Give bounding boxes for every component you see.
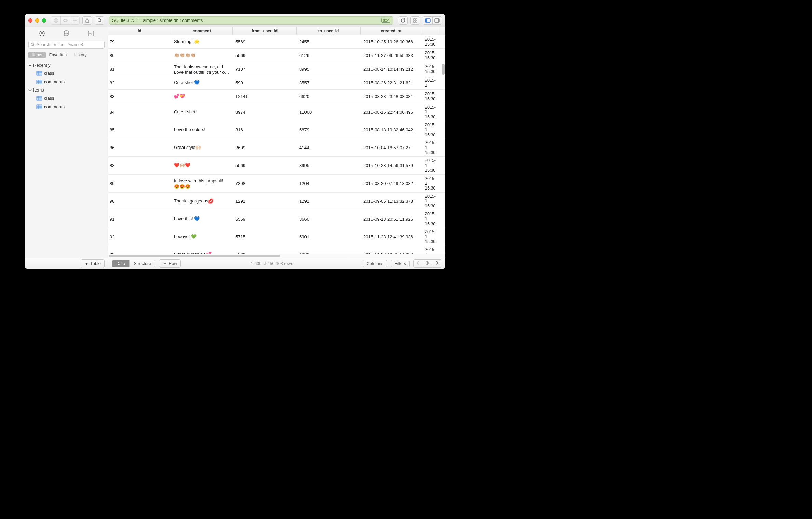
recent-item-class[interactable]: class bbox=[25, 69, 108, 78]
refresh-icon[interactable] bbox=[398, 16, 408, 25]
svg-point-19 bbox=[31, 43, 34, 46]
recent-item-comments[interactable]: comments bbox=[25, 78, 108, 86]
svg-rect-23 bbox=[37, 105, 42, 109]
maximize-window-button[interactable] bbox=[42, 18, 46, 23]
database-icon[interactable] bbox=[63, 30, 70, 37]
cell-from-user: 5569 bbox=[233, 38, 297, 46]
filters-button[interactable]: Filters bbox=[391, 260, 410, 267]
plug-icon[interactable] bbox=[38, 30, 46, 37]
list-settings-icon[interactable] bbox=[70, 16, 80, 25]
nav-group bbox=[51, 16, 80, 25]
cell-comment: Stunning! 🌟 bbox=[171, 38, 233, 46]
column-header-extra[interactable] bbox=[422, 27, 438, 35]
table-row[interactable]: 91Love this! 💙556936602015-09-13 20:51:1… bbox=[108, 210, 445, 228]
left-panel-toggle[interactable] bbox=[423, 16, 432, 25]
table-row[interactable]: 79Stunning! 🌟556924552015-10-25 19:26:00… bbox=[108, 35, 445, 49]
add-row-button[interactable]: ＋ Row bbox=[159, 259, 181, 268]
tab-items[interactable]: Items bbox=[28, 52, 46, 58]
cell-from-user: 7308 bbox=[233, 180, 297, 187]
view-structure-button[interactable]: Structure bbox=[130, 260, 155, 267]
item-comments[interactable]: comments bbox=[25, 102, 108, 111]
close-window-button[interactable] bbox=[28, 18, 32, 23]
tab-history[interactable]: History bbox=[70, 52, 90, 58]
cell-to-user: 4303 bbox=[297, 251, 361, 254]
table-row[interactable]: 84Cute t shirt!8974110002015-08-15 22:44… bbox=[108, 103, 445, 121]
table-row[interactable]: 80👏🏼👏🏼👏🏼👏🏼556961262015-11-27 09:26:55.33… bbox=[108, 49, 445, 62]
table-icon bbox=[37, 80, 42, 84]
hscroll-thumb[interactable] bbox=[109, 255, 280, 257]
column-header-id[interactable]: id bbox=[108, 27, 171, 35]
cell-from-user: 5569 bbox=[233, 215, 297, 223]
svg-rect-14 bbox=[438, 19, 439, 22]
cell-to-user: 1204 bbox=[297, 180, 361, 187]
add-table-button[interactable]: ＋ Table bbox=[81, 259, 105, 268]
vscroll-thumb[interactable] bbox=[442, 64, 445, 75]
column-header-comment[interactable]: comment bbox=[171, 27, 233, 35]
cell-to-user: 11000 bbox=[297, 108, 361, 116]
cell-created-at: 2015-11-23 12:41:39.936 bbox=[361, 233, 422, 241]
section-recently[interactable]: Recently bbox=[25, 61, 108, 69]
cell-comment: In love with this jumpsuit! 😍😍😍 bbox=[171, 177, 233, 190]
column-header-from-user[interactable]: from_user_id bbox=[233, 27, 297, 35]
table-row[interactable]: 85Love the colors!31658792015-08-18 19:3… bbox=[108, 121, 445, 139]
horizontal-scrollbar[interactable] bbox=[108, 254, 445, 258]
vertical-scrollbar[interactable] bbox=[441, 27, 445, 269]
table-body[interactable]: 79Stunning! 🌟556924552015-10-25 19:26:00… bbox=[108, 35, 445, 254]
breadcrumb[interactable]: SQLite 3.23.1 : simple : simple.db : com… bbox=[109, 16, 393, 25]
table-row[interactable]: 82Cute shot 💙59935572015-08-26 22:31:21.… bbox=[108, 76, 445, 90]
columns-button[interactable]: Columns bbox=[363, 260, 387, 267]
cell-extra: 2015-15:30: bbox=[422, 90, 438, 103]
sidebar-footer: ＋ Table bbox=[25, 258, 108, 269]
grid-icon[interactable] bbox=[410, 16, 420, 25]
item-class[interactable]: class bbox=[25, 94, 108, 102]
cell-to-user: 5901 bbox=[297, 233, 361, 241]
prev-page-button[interactable] bbox=[414, 260, 422, 267]
sql-icon[interactable]: SQL bbox=[87, 30, 95, 37]
svg-rect-9 bbox=[414, 21, 415, 22]
cell-extra: 2015-115:30: bbox=[422, 139, 438, 156]
right-panel-toggle[interactable] bbox=[432, 16, 442, 25]
tree-item-label: comments bbox=[44, 79, 65, 84]
cell-from-user: 1291 bbox=[233, 197, 297, 205]
svg-point-6 bbox=[98, 19, 100, 22]
cell-id: 83 bbox=[108, 93, 171, 100]
cancel-icon[interactable] bbox=[51, 16, 60, 25]
search-icon[interactable] bbox=[95, 16, 104, 25]
cell-comment: That looks awesome, girl! Love that outf… bbox=[171, 63, 233, 76]
cell-extra: 2015-115:30: bbox=[422, 228, 438, 246]
cell-extra: 2015-115:30: bbox=[422, 121, 438, 139]
table-row[interactable]: 92Looove! 💚571559012015-11-23 12:41:39.9… bbox=[108, 228, 445, 246]
sidebar-tabs: Items Favorites History bbox=[25, 52, 108, 60]
view-data-button[interactable]: Data bbox=[112, 260, 130, 267]
table-row[interactable]: 93Great giveaway 💕556943032015-11-20 13:… bbox=[108, 246, 445, 254]
cell-created-at: 2015-10-04 18:57:07.27 bbox=[361, 144, 422, 152]
table-row[interactable]: 89In love with this jumpsuit! 😍😍😍7308120… bbox=[108, 175, 445, 193]
table-row[interactable]: 81That looks awesome, girl! Love that ou… bbox=[108, 62, 445, 76]
cell-to-user: 2455 bbox=[297, 38, 361, 46]
cell-created-at: 2015-09-06 11:13:32.378 bbox=[361, 197, 422, 205]
search-icon bbox=[31, 43, 35, 47]
cell-from-user: 5569 bbox=[233, 251, 297, 254]
cell-extra: 2015-115:30: bbox=[422, 193, 438, 210]
column-header-to-user[interactable]: to_user_id bbox=[297, 27, 361, 35]
sidebar-search[interactable]: Search for item: ^name$ bbox=[28, 41, 105, 49]
table-row[interactable]: 83💕💝1214166202015-08-28 23:48:03.0312015… bbox=[108, 90, 445, 103]
table-row[interactable]: 88❤️🙌🏼❤️556989952015-10-23 14:56:31.5792… bbox=[108, 157, 445, 174]
cell-from-user: 7107 bbox=[233, 65, 297, 73]
page-settings-button[interactable] bbox=[422, 260, 433, 267]
add-table-label: Table bbox=[90, 261, 101, 266]
chevron-down-icon bbox=[28, 88, 32, 92]
section-items[interactable]: Items bbox=[25, 86, 108, 94]
column-header-created-at[interactable]: created_at bbox=[361, 27, 422, 35]
lock-icon[interactable] bbox=[82, 16, 92, 25]
cell-comment: Great giveaway 💕 bbox=[171, 250, 233, 254]
table-row[interactable]: 90Thanks gorgeous💋129112912015-09-06 11:… bbox=[108, 193, 445, 210]
table-row[interactable]: 86Great style🙌🏻260941442015-10-04 18:57:… bbox=[108, 139, 445, 157]
cell-id: 93 bbox=[108, 251, 171, 254]
cell-extra: 2015-115:30: bbox=[422, 175, 438, 192]
svg-rect-21 bbox=[37, 80, 42, 84]
minimize-window-button[interactable] bbox=[35, 18, 39, 23]
cell-id: 80 bbox=[108, 52, 171, 59]
eye-icon[interactable] bbox=[60, 16, 70, 25]
tab-favorites[interactable]: Favorites bbox=[46, 52, 70, 58]
